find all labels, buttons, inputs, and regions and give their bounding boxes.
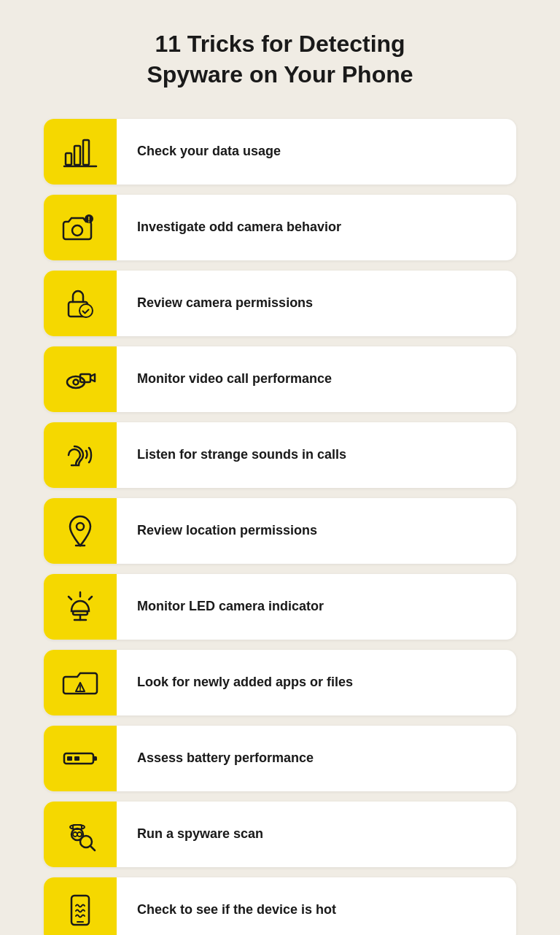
list-item: Look for newly added apps or files <box>44 650 516 715</box>
item-label: Look for newly added apps or files <box>117 674 373 691</box>
list-item: Listen for strange sounds in calls <box>44 422 516 488</box>
svg-rect-34 <box>71 896 89 925</box>
svg-text:!: ! <box>88 216 90 224</box>
svg-point-30 <box>77 832 82 837</box>
svg-line-33 <box>90 846 95 850</box>
item-label: Run a spyware scan <box>117 826 284 842</box>
list-item: Monitor video call performance <box>44 346 516 412</box>
svg-rect-1 <box>74 146 80 165</box>
svg-rect-23 <box>93 756 97 761</box>
location-permissions-icon <box>44 498 117 564</box>
camera-behavior-icon: ! <box>44 195 117 260</box>
svg-point-10 <box>74 380 79 385</box>
data-usage-icon <box>44 119 117 185</box>
svg-rect-24 <box>67 756 72 761</box>
battery-icon <box>44 726 117 791</box>
svg-point-12 <box>77 523 84 530</box>
svg-point-21 <box>79 689 81 691</box>
item-label: Assess battery performance <box>117 750 334 767</box>
list-item: Assess battery performance <box>44 726 516 791</box>
item-label: Monitor video call performance <box>117 370 352 387</box>
list-item: Review camera permissions <box>44 271 516 336</box>
new-apps-icon <box>44 650 117 715</box>
list-item: Run a spyware scan <box>44 802 516 867</box>
list-item: Check to see if the device is hot <box>44 877 516 935</box>
led-indicator-icon <box>44 574 117 640</box>
device-hot-icon <box>44 877 117 935</box>
svg-line-15 <box>69 597 71 600</box>
svg-rect-2 <box>83 140 89 165</box>
svg-rect-25 <box>74 756 79 761</box>
list-item: Review location permissions <box>44 498 516 564</box>
svg-point-8 <box>79 304 93 317</box>
tips-list: Check your data usage ! Investigate odd … <box>44 119 516 935</box>
list-item: ! Investigate odd camera behavior <box>44 195 516 260</box>
page-title: 11 Tricks for DetectingSpyware on Your P… <box>44 29 516 90</box>
item-label: Check to see if the device is hot <box>117 901 357 918</box>
svg-point-4 <box>72 225 82 236</box>
item-label: Review camera permissions <box>117 295 333 311</box>
spyware-scan-icon <box>44 802 117 867</box>
svg-line-16 <box>89 597 92 600</box>
item-label: Check your data usage <box>117 143 301 160</box>
item-label: Investigate odd camera behavior <box>117 219 362 236</box>
list-item: Check your data usage <box>44 119 516 185</box>
item-label: Listen for strange sounds in calls <box>117 446 367 463</box>
strange-sounds-icon <box>44 422 117 488</box>
svg-rect-0 <box>66 153 71 165</box>
item-label: Monitor LED camera indicator <box>117 598 344 615</box>
video-call-icon <box>44 346 117 412</box>
item-label: Review location permissions <box>117 522 338 539</box>
svg-point-29 <box>73 832 77 837</box>
camera-permissions-icon <box>44 271 117 336</box>
list-item: Monitor LED camera indicator <box>44 574 516 640</box>
